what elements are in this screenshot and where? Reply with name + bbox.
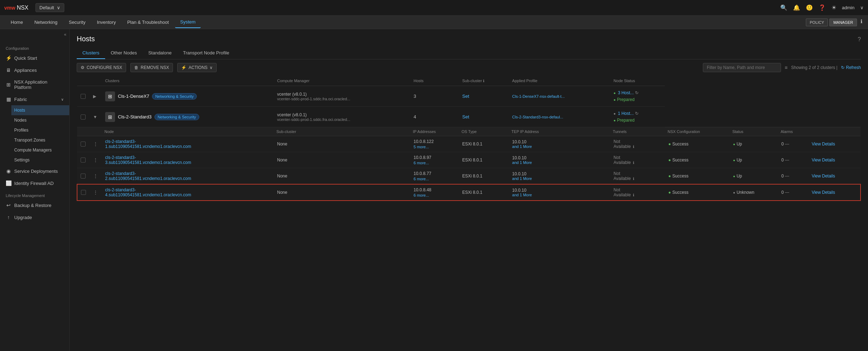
product-label: NSX bbox=[17, 5, 28, 11]
n1-checkbox[interactable] bbox=[81, 142, 86, 147]
cls2-checkbox[interactable] bbox=[81, 115, 86, 119]
tab-standalone[interactable]: Standalone bbox=[142, 47, 177, 59]
n3-and-more[interactable]: and 1 More bbox=[512, 176, 606, 181]
sidebar-item-nsx-app[interactable]: ⊞ NSX Application Platform bbox=[0, 76, 69, 93]
n1-name-link[interactable]: cls-2-standard3-1.sub11090541581.vcndemo… bbox=[105, 139, 191, 149]
sidebar-item-compute-managers[interactable]: Compute Managers bbox=[11, 145, 69, 155]
n3-nsx-config: NotAvailable ℹ bbox=[610, 168, 665, 185]
nav-inventory[interactable]: Inventory bbox=[92, 17, 121, 28]
filter-lines-icon[interactable]: ≡ bbox=[785, 65, 787, 70]
env-selector[interactable]: Default ∨ bbox=[36, 3, 64, 12]
configure-nsx-button[interactable]: ⚙ CONFIGURE NSX bbox=[77, 63, 126, 72]
n2-three-dot[interactable]: ⋮ bbox=[93, 157, 98, 163]
help-icon[interactable]: ❓ bbox=[819, 4, 826, 11]
search-icon[interactable]: 🔍 bbox=[780, 4, 787, 11]
n2-nsx-status: ● Success bbox=[665, 152, 729, 168]
sidebar-item-fabric[interactable]: ▦ Fabric ∨ bbox=[0, 93, 69, 105]
n4-info-icon[interactable]: ℹ bbox=[633, 193, 634, 197]
nav-security[interactable]: Security bbox=[64, 17, 91, 28]
cls1-hosts-link[interactable]: 3 Host... ↻ bbox=[618, 90, 639, 95]
navbar-info-icon[interactable]: ℹ bbox=[861, 18, 862, 26]
n4-view-details-link[interactable]: View Details bbox=[812, 190, 835, 195]
n1-three-dot[interactable]: ⋮ bbox=[93, 141, 98, 147]
n3-three-dot[interactable]: ⋮ bbox=[93, 173, 98, 179]
sidebar-item-profiles[interactable]: Profiles bbox=[11, 125, 69, 135]
n1-and-more[interactable]: and 1 More bbox=[512, 144, 606, 149]
filter-input[interactable] bbox=[703, 63, 781, 72]
n2-name-link[interactable]: cls-2-standard3-3.sub11090541581.vcndemo… bbox=[105, 155, 191, 165]
n2-view-details-link[interactable]: View Details bbox=[812, 158, 835, 163]
cls2-profile: Cls-2-Standard3-nsx-defaul... bbox=[509, 107, 610, 127]
sidebar-item-quick-start[interactable]: ⚡ Quick Start bbox=[0, 52, 69, 64]
remove-nsx-button[interactable]: 🗑 REMOVE NSX bbox=[130, 63, 173, 72]
refresh-button[interactable]: ↻ Refresh bbox=[841, 65, 861, 70]
cls2-hosts-link[interactable]: 1 Host... ↻ bbox=[618, 111, 639, 116]
node-row-3: ⋮ cls-2-standard3-2.sub11090541581.vcnde… bbox=[77, 168, 861, 185]
cls2-set-link[interactable]: Set bbox=[462, 114, 470, 119]
n4-status-success: ● Success bbox=[668, 190, 726, 195]
sidebar-item-hosts[interactable]: Hosts bbox=[11, 105, 69, 115]
cls1-refresh-icon[interactable]: ↻ bbox=[635, 90, 639, 95]
sidebar-identity-firewall-label: Identity Firewall AD bbox=[14, 181, 54, 186]
cls1-checkbox[interactable] bbox=[81, 94, 86, 99]
sidebar-item-label: Quick Start bbox=[14, 55, 37, 61]
tab-clusters[interactable]: Clusters bbox=[77, 47, 105, 59]
sun-icon[interactable]: ☀ bbox=[831, 4, 836, 11]
n2-checkbox[interactable] bbox=[81, 158, 86, 163]
n1-tep-val: 10.0.10 bbox=[512, 139, 526, 144]
n2-info-icon[interactable]: ℹ bbox=[633, 161, 634, 165]
n1-view-details-link[interactable]: View Details bbox=[812, 142, 835, 147]
n1-view-details: View Details bbox=[808, 136, 861, 152]
nav-plan[interactable]: Plan & Troubleshoot bbox=[122, 17, 174, 28]
n2-and-more[interactable]: and 1 More bbox=[512, 160, 606, 165]
sidebar-upgrade-label: Upgrade bbox=[14, 215, 32, 220]
n4-three-dot[interactable]: ⋮ bbox=[93, 190, 98, 195]
page-help-icon[interactable]: ? bbox=[858, 36, 861, 43]
n3-info-icon[interactable]: ℹ bbox=[633, 177, 634, 181]
nav-networking[interactable]: Networking bbox=[29, 17, 63, 28]
n3-menu: ⋮ bbox=[89, 168, 102, 185]
cls1-set-link[interactable]: Set bbox=[462, 94, 470, 99]
sidebar-item-transport-zones[interactable]: Transport Zones bbox=[11, 135, 69, 145]
nav-home[interactable]: Home bbox=[6, 17, 28, 28]
nav-system[interactable]: System bbox=[175, 16, 200, 28]
cls2-profile-link[interactable]: Cls-2-Standard3-nsx-defaul... bbox=[512, 115, 563, 119]
cls2-refresh-icon[interactable]: ↻ bbox=[635, 111, 639, 116]
cls1-profile-link[interactable]: Cls-1-DenseX7-nsx-default-t... bbox=[512, 94, 565, 99]
sidebar-item-nodes[interactable]: Nodes bbox=[11, 115, 69, 125]
n1-more-ips[interactable]: 5 more... bbox=[413, 145, 455, 149]
n3-view-details-link[interactable]: View Details bbox=[812, 174, 835, 179]
n4-name-link[interactable]: cls-2-standard3-4.sub11090541581.vcndemo… bbox=[105, 187, 191, 197]
n3-more-ips[interactable]: 6 more... bbox=[413, 177, 455, 181]
sidebar-item-upgrade[interactable]: ↑ Upgrade bbox=[0, 211, 69, 223]
bell-icon[interactable]: 🔔 bbox=[793, 4, 800, 11]
sidebar-item-service-deployments[interactable]: ◉ Service Deployments bbox=[0, 165, 69, 177]
n3-checkbox[interactable] bbox=[81, 174, 86, 179]
policy-button[interactable]: POLICY bbox=[806, 18, 828, 26]
cls2-hosts: 4 bbox=[410, 107, 459, 127]
sub-cluster-info[interactable]: ℹ bbox=[483, 79, 484, 83]
n3-name-link[interactable]: cls-2-standard3-2.sub11090541581.vcndemo… bbox=[105, 171, 191, 181]
sidebar-item-settings[interactable]: Settings bbox=[11, 155, 69, 165]
manager-button[interactable]: MANAGER bbox=[829, 18, 857, 26]
sidebar-item-label: Appliances bbox=[14, 68, 37, 73]
n1-info-icon[interactable]: ℹ bbox=[633, 145, 634, 149]
cls1-expand-icon[interactable]: ▶ bbox=[93, 94, 96, 99]
n4-checkbox[interactable] bbox=[81, 190, 86, 195]
user-icon[interactable]: 🙂 bbox=[806, 4, 813, 11]
sidebar-collapse-button[interactable]: « bbox=[64, 32, 66, 37]
configure-nsx-label: CONFIGURE NSX bbox=[87, 65, 122, 70]
n3-status-success: ● Success bbox=[668, 174, 726, 179]
sidebar-item-identity-firewall[interactable]: ⬜ Identity Firewall AD bbox=[0, 177, 69, 189]
actions-button[interactable]: ⚡ ACTIONS ∨ bbox=[177, 63, 217, 72]
tab-other-nodes[interactable]: Other Nodes bbox=[105, 47, 143, 59]
n4-more-ips[interactable]: 6 more... bbox=[413, 193, 455, 197]
n2-more-ips[interactable]: 6 more... bbox=[413, 161, 455, 165]
actions-chevron: ∨ bbox=[210, 65, 213, 70]
n4-and-more[interactable]: and 1 More bbox=[512, 193, 606, 197]
n4-check bbox=[77, 184, 89, 201]
sidebar-item-appliances[interactable]: 🖥 Appliances bbox=[0, 64, 69, 76]
sidebar-item-backup[interactable]: ↩ Backup & Restore bbox=[0, 199, 69, 211]
cls2-expand-icon[interactable]: ▼ bbox=[93, 115, 97, 119]
tab-transport-node-profile[interactable]: Transport Node Profile bbox=[177, 47, 235, 59]
